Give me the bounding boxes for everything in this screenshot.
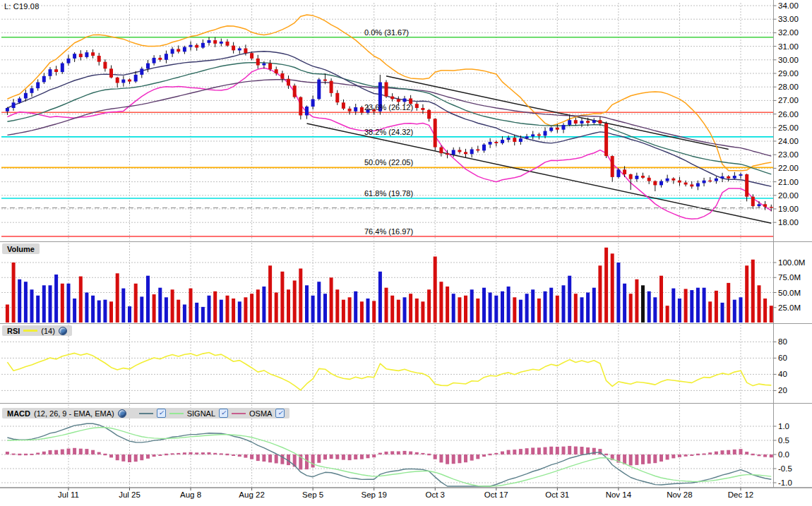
svg-text:18.00: 18.00 (778, 218, 799, 227)
svg-text:100.0M: 100.0M (778, 258, 805, 267)
svg-text:Jul 11: Jul 11 (58, 490, 79, 499)
svg-text:26.00: 26.00 (778, 110, 799, 119)
svg-text:Sep 5: Sep 5 (302, 490, 323, 499)
svg-text:23.6% (26.12): 23.6% (26.12) (364, 103, 413, 112)
last-price-label: L: C19.08 (4, 2, 40, 11)
svg-text:34.00: 34.00 (778, 1, 799, 10)
svg-text:29.00: 29.00 (778, 69, 799, 78)
svg-text:27.00: 27.00 (778, 96, 799, 104)
macd-title: MACD (7, 409, 30, 418)
svg-text:0.0: 0.0 (778, 450, 789, 459)
svg-text:50.0% (22.05): 50.0% (22.05) (364, 158, 413, 167)
svg-text:32.00: 32.00 (778, 28, 799, 37)
right-axis-labels: 34.0033.0032.0031.0030.0029.0028.0027.00… (774, 1, 806, 487)
svg-text:21.00: 21.00 (778, 178, 799, 186)
svg-text:Oct 17: Oct 17 (484, 490, 508, 499)
svg-text:22.00: 22.00 (778, 164, 799, 172)
rsi-period-label: (14) (41, 327, 55, 335)
svg-text:-1.0: -1.0 (778, 478, 792, 487)
svg-text:24.00: 24.00 (778, 137, 799, 145)
svg-text:0.0% (31.67): 0.0% (31.67) (364, 28, 409, 37)
svg-text:1.0: 1.0 (778, 422, 789, 430)
svg-text:20: 20 (778, 386, 787, 394)
macd-params-label: (12, 26, 9 - EMA, EMA) (34, 409, 114, 418)
svg-text:61.8% (19.78): 61.8% (19.78) (364, 189, 413, 198)
svg-text:30.00: 30.00 (778, 56, 799, 64)
globe-icon[interactable] (59, 327, 67, 335)
svg-text:50.0M: 50.0M (778, 289, 801, 297)
svg-text:76.4% (16.97): 76.4% (16.97) (364, 227, 413, 236)
svg-text:Nov 14: Nov 14 (606, 490, 632, 499)
osma-histogram (6, 446, 773, 470)
fibonacci-levels (1, 37, 773, 236)
svg-text:60: 60 (778, 354, 787, 362)
svg-text:38.2% (24.32): 38.2% (24.32) (364, 128, 413, 136)
svg-text:25.0M: 25.0M (778, 303, 801, 312)
svg-text:Aug 22: Aug 22 (239, 490, 264, 499)
macd-checkbox[interactable]: ✓ (157, 409, 166, 418)
svg-text:Oct 3: Oct 3 (425, 490, 444, 499)
fibonacci-labels: 0.0% (31.67)23.6% (26.12)38.2% (24.32)50… (364, 28, 413, 236)
svg-text:75.0M: 75.0M (778, 273, 801, 282)
svg-text:Nov 28: Nov 28 (667, 490, 692, 499)
rsi-panel-header[interactable]: RSI (14) (2, 325, 72, 336)
svg-text:Jul 25: Jul 25 (119, 490, 141, 499)
macd-panel-header[interactable]: MACD (12, 26, 9 - EMA, EMA) ✓ SIGNAL ✓ O… (2, 408, 289, 418)
osma-line-sample (232, 413, 246, 414)
candlesticks (6, 37, 773, 212)
svg-text:Dec 12: Dec 12 (728, 490, 753, 499)
macd-line-sample (139, 413, 153, 414)
svg-text:Sep 19: Sep 19 (361, 490, 386, 499)
svg-text:40: 40 (778, 370, 787, 378)
svg-text:80: 80 (778, 337, 787, 346)
svg-text:33.00: 33.00 (778, 15, 799, 23)
signal-label: SIGNAL (187, 409, 215, 418)
signal-checkbox[interactable]: ✓ (219, 409, 228, 418)
rsi-title: RSI (7, 327, 20, 335)
svg-text:0.5: 0.5 (778, 436, 789, 445)
volume-title: Volume (7, 245, 35, 253)
trendlines (307, 76, 772, 223)
volume-bars (6, 248, 773, 323)
svg-text:25.00: 25.00 (778, 124, 799, 132)
svg-text:19.00: 19.00 (778, 205, 799, 213)
osma-label: OSMA (249, 409, 272, 418)
trading-chart-app: 0.0% (31.67)23.6% (26.12)38.2% (24.32)50… (0, 0, 812, 506)
volume-panel-header[interactable]: Volume (2, 243, 40, 254)
svg-text:20.00: 20.00 (778, 191, 799, 200)
signal-line-sample (169, 413, 184, 414)
date-axis-labels: Jul 11Jul 25Aug 8Aug 22Sep 5Sep 19Oct 3O… (58, 488, 753, 499)
svg-text:Aug 8: Aug 8 (180, 490, 201, 499)
svg-text:23.00: 23.00 (778, 150, 799, 159)
svg-text:-0.5: -0.5 (778, 464, 792, 473)
overlay-lines (7, 15, 771, 219)
globe-icon[interactable] (118, 409, 126, 418)
svg-text:Oct 31: Oct 31 (545, 490, 569, 499)
svg-text:31.00: 31.00 (778, 42, 799, 51)
svg-text:28.00: 28.00 (778, 83, 799, 91)
osma-checkbox[interactable]: ✓ (275, 409, 285, 418)
rsi-line-sample (23, 330, 37, 332)
chart-canvas: 0.0% (31.67)23.6% (26.12)38.2% (24.32)50… (0, 0, 812, 506)
